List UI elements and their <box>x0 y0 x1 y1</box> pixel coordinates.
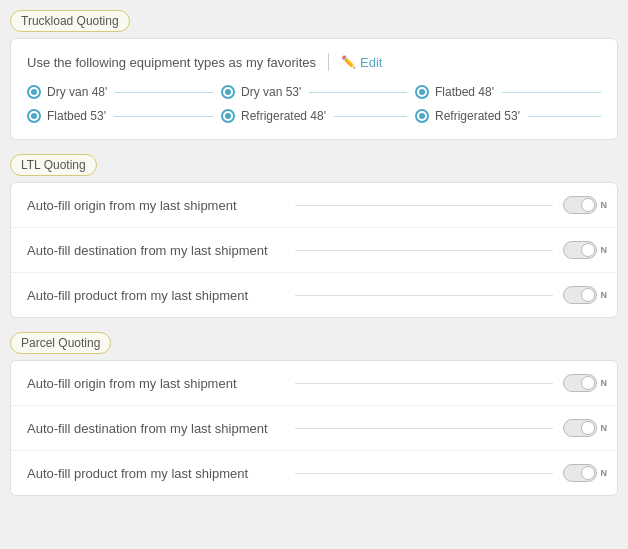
radio-icon <box>221 85 235 99</box>
ltl-toggle-label-1: Auto-fill destination from my last shipm… <box>27 243 285 258</box>
equipment-item: Dry van 53' <box>221 85 407 99</box>
ltl-toggle-0[interactable]: N <box>563 195 601 215</box>
parcel-toggle-label-0: Auto-fill origin from my last shipment <box>27 376 285 391</box>
equipment-grid: Dry van 48' Dry van 53' Flatbed 48' Flat… <box>27 85 601 123</box>
truckload-section: Truckload Quoting Use the following equi… <box>10 10 618 140</box>
equipment-item: Refrigerated 48' <box>221 109 407 123</box>
parcel-section: Parcel Quoting Auto-fill origin from my … <box>10 332 618 496</box>
toggle-line <box>295 383 553 384</box>
toggle-track <box>563 374 597 392</box>
toggle-n-label: N <box>601 423 608 433</box>
equipment-line <box>502 92 601 93</box>
toggle-track <box>563 286 597 304</box>
ltl-section: LTL Quoting Auto-fill origin from my las… <box>10 154 618 318</box>
equipment-label: Refrigerated 53' <box>435 109 520 123</box>
equipment-line <box>334 116 407 117</box>
equipment-line <box>309 92 407 93</box>
equipment-label: Dry van 53' <box>241 85 301 99</box>
radio-icon <box>27 109 41 123</box>
parcel-toggle-row-0: Auto-fill origin from my last shipment N <box>11 361 617 406</box>
toggle-n-label: N <box>601 245 608 255</box>
toggle-track <box>563 241 597 259</box>
toggle-thumb <box>581 243 595 257</box>
equipment-label: Dry van 48' <box>47 85 107 99</box>
toggle-n-label: N <box>601 378 608 388</box>
toggle-n-label: N <box>601 290 608 300</box>
equipment-line <box>115 92 213 93</box>
ltl-section-label: LTL Quoting <box>10 154 97 176</box>
truckload-section-label: Truckload Quoting <box>10 10 130 32</box>
equipment-label: Flatbed 53' <box>47 109 106 123</box>
edit-button[interactable]: ✏️ Edit <box>341 55 382 70</box>
parcel-toggle-row-2: Auto-fill product from my last shipment … <box>11 451 617 495</box>
toggle-track <box>563 196 597 214</box>
edit-icon: ✏️ <box>341 55 356 69</box>
toggle-thumb <box>581 198 595 212</box>
parcel-section-label: Parcel Quoting <box>10 332 111 354</box>
truckload-header: Use the following equipment types as my … <box>27 53 601 71</box>
parcel-card: Auto-fill origin from my last shipment N… <box>10 360 618 496</box>
toggle-line <box>295 473 553 474</box>
edit-label: Edit <box>360 55 382 70</box>
toggle-n-label: N <box>601 468 608 478</box>
equipment-label: Flatbed 48' <box>435 85 494 99</box>
truckload-header-text: Use the following equipment types as my … <box>27 55 316 70</box>
ltl-toggle-label-0: Auto-fill origin from my last shipment <box>27 198 285 213</box>
toggle-line <box>295 205 553 206</box>
equipment-item: Dry van 48' <box>27 85 213 99</box>
radio-icon <box>221 109 235 123</box>
equipment-label: Refrigerated 48' <box>241 109 326 123</box>
equipment-line <box>528 116 601 117</box>
parcel-toggle-label-2: Auto-fill product from my last shipment <box>27 466 285 481</box>
ltl-toggle-2[interactable]: N <box>563 285 601 305</box>
ltl-toggle-row-2: Auto-fill product from my last shipment … <box>11 273 617 317</box>
radio-icon <box>415 109 429 123</box>
ltl-toggle-row-0: Auto-fill origin from my last shipment N <box>11 183 617 228</box>
toggle-track <box>563 419 597 437</box>
ltl-toggle-label-2: Auto-fill product from my last shipment <box>27 288 285 303</box>
radio-icon <box>415 85 429 99</box>
equipment-item: Flatbed 53' <box>27 109 213 123</box>
equipment-item: Refrigerated 53' <box>415 109 601 123</box>
parcel-toggle-row-1: Auto-fill destination from my last shipm… <box>11 406 617 451</box>
parcel-toggle-0[interactable]: N <box>563 373 601 393</box>
radio-icon <box>27 85 41 99</box>
header-divider <box>328 53 329 71</box>
equipment-line <box>114 116 213 117</box>
toggle-line <box>295 428 553 429</box>
toggle-thumb <box>581 466 595 480</box>
ltl-toggle-1[interactable]: N <box>563 240 601 260</box>
toggle-line <box>295 250 553 251</box>
toggle-thumb <box>581 376 595 390</box>
toggle-n-label: N <box>601 200 608 210</box>
toggle-line <box>295 295 553 296</box>
truckload-card: Use the following equipment types as my … <box>10 38 618 140</box>
parcel-toggle-1[interactable]: N <box>563 418 601 438</box>
parcel-toggle-label-1: Auto-fill destination from my last shipm… <box>27 421 285 436</box>
toggle-thumb <box>581 288 595 302</box>
toggle-thumb <box>581 421 595 435</box>
ltl-toggle-row-1: Auto-fill destination from my last shipm… <box>11 228 617 273</box>
ltl-card: Auto-fill origin from my last shipment N… <box>10 182 618 318</box>
equipment-item: Flatbed 48' <box>415 85 601 99</box>
parcel-toggle-2[interactable]: N <box>563 463 601 483</box>
toggle-track <box>563 464 597 482</box>
